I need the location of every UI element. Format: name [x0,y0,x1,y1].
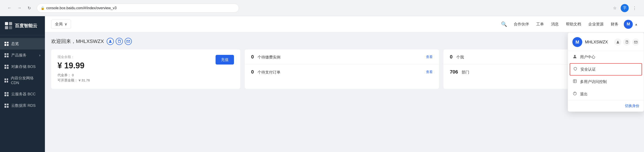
dropdown-logout[interactable]: 退出 [568,88,644,100]
nav-link-message[interactable]: 消息 [551,22,559,27]
multi-user-icon [572,79,577,84]
pending-orders-view[interactable]: 查看 [426,70,433,74]
sidebar-item-rds[interactable]: 云数据库 RDS [0,100,45,111]
dropdown-header-icons [614,39,639,46]
dropdown-profile-icon[interactable] [614,39,621,46]
logo-text: 百度智能云 [15,23,37,29]
sidebar-label-bos: 对象存储 BOS [11,64,36,69]
pending-instances-view[interactable]: 查看 [426,55,433,59]
coupon-label: 代金券： [58,73,71,77]
instances-card: 0 个待缴费实例 查看 0 个待支付订单 查看 [245,50,439,89]
forward-button[interactable]: → [15,4,23,12]
pending-instances-count: 0 [251,54,254,60]
top-navbar: 全局 ∨ 🔍 合作伙伴 工单 消息 帮助文档 企业资源 财务 M ▲ [45,16,644,32]
switch-identity-button[interactable]: 切换身份 [568,100,644,111]
finance-card-header: 现金余额： ¥ 19.99 充值 [58,55,234,73]
svg-rect-11 [573,80,576,83]
back-button[interactable]: ← [6,4,14,12]
sidebar-logo: 百度智能云 [0,16,45,35]
right-card-label-1: 部门 [462,70,469,74]
multi-user-label: 多用户访问控制 [580,79,607,84]
browser-nav-buttons: ← → ↻ [6,4,33,12]
svg-rect-0 [5,22,8,25]
svg-point-10 [574,55,576,57]
sidebar-label-overview: 总览 [11,41,19,46]
finance-card-value: ¥ 19.99 [58,61,84,70]
sidebar-label-cdn: 内容分发网络 CDN [11,76,40,85]
sidebar-item-bcc[interactable]: 云服务器 BCC [0,88,45,100]
security-icon [573,67,578,72]
dropdown-copy-icon[interactable] [623,39,630,46]
sidebar-item-cdn[interactable]: 内容分发网络 CDN [0,72,45,88]
svg-point-7 [617,41,618,42]
welcome-mail-icon[interactable] [124,38,132,45]
finance-card-left: 现金余额： ¥ 19.99 [58,55,84,73]
invoice-label: 可开票金额： [58,78,78,82]
app-container: 百度智能云 总览 产品服务 › [0,16,644,152]
logout-label: 退出 [580,91,588,97]
sidebar-label-bcc: 云服务器 BCC [11,91,36,97]
security-menu-wrapper: 安全认证 [568,63,644,76]
invoice-value: ¥ 31.76 [78,78,90,82]
nav-link-partner[interactable]: 合作伙伴 [514,22,529,27]
welcome-icons [107,38,132,45]
welcome-copy-icon[interactable] [116,38,123,45]
right-card-left-0: 0 个我 [450,54,464,60]
sidebar-label-rds: 云数据库 RDS [11,103,36,108]
cdn-icon [4,78,8,83]
nav-link-help[interactable]: 帮助文档 [566,22,581,27]
pending-instances-left: 0 个待缴费实例 [251,54,280,60]
bos-icon [4,65,8,69]
svg-rect-3 [9,26,12,29]
pending-orders-label: 个待支付订单 [258,70,280,74]
nav-link-finance[interactable]: 财务 [611,22,618,27]
user-menu-chevron-icon: ▲ [634,23,638,26]
svg-rect-8 [626,41,628,43]
right-card-count-1: 706 [450,69,458,75]
finance-coupon: 代金券： 0 [58,73,234,77]
reload-button[interactable]: ↻ [25,4,33,12]
pending-orders-row: 0 个待支付订单 查看 [245,65,439,79]
address-bar[interactable]: 🔒 console.bce.baidu.com/#/index/overview… [37,4,239,13]
welcome-profile-icon[interactable] [107,38,114,45]
main-content: 全局 ∨ 🔍 合作伙伴 工单 消息 帮助文档 企业资源 财务 M ▲ 欢迎回来，… [45,16,644,152]
bookmark-button[interactable]: ☆ [611,4,619,12]
logout-icon [572,91,577,97]
finance-card-label: 现金余额： [58,55,84,59]
page-content: 欢迎回来，MHLXSWZX [45,32,644,152]
url-text: console.bce.baidu.com/#/index/overview_v… [46,6,116,10]
chrome-user-avatar[interactable]: 字 [621,4,629,12]
dropdown-multi-user[interactable]: 多用户访问控制 [568,76,644,88]
sidebar-item-overview[interactable]: 总览 [0,38,45,50]
pending-orders-count: 0 [251,69,254,75]
chrome-menu-button[interactable]: ⋮ [630,4,638,12]
dropdown-security[interactable]: 安全认证 [570,63,642,76]
cards-row: 现金余额： ¥ 19.99 充值 代金券： 0 可开票金额： ¥ 31.76 [51,50,638,89]
sidebar-item-bos[interactable]: 对象存储 BOS [0,61,45,72]
browser-actions: ☆ 字 ⋮ [611,4,638,12]
right-card-count-0: 0 [450,54,452,60]
dropdown-avatar: M [572,37,582,47]
right-card-label-0: 个我 [456,55,464,59]
sidebar-label-products: 产品服务 [11,53,26,58]
security-label: 安全认证 [580,67,596,72]
nav-link-enterprise[interactable]: 企业资源 [588,22,604,27]
browser-chrome: ← → ↻ 🔒 console.bce.baidu.com/#/index/ov… [0,0,644,16]
sidebar-item-products[interactable]: 产品服务 › [0,50,45,61]
user-center-icon [572,54,577,60]
bcc-icon [4,92,8,96]
lock-icon: 🔒 [41,6,44,10]
dropdown-user-center[interactable]: 用户中心 [568,51,644,63]
search-button[interactable]: 🔍 [500,20,508,29]
region-selector[interactable]: 全局 ∨ [51,20,71,29]
user-menu-button[interactable]: M ▲ [624,20,638,29]
sidebar-item-products-left: 产品服务 [4,53,26,58]
products-icon [4,53,8,57]
recharge-button[interactable]: 充值 [216,55,234,65]
dropdown-mail-icon[interactable] [632,39,639,46]
nav-link-ticket[interactable]: 工单 [536,22,544,27]
welcome-text: 欢迎回来，MHLXSWZX [51,38,104,45]
svg-point-4 [110,40,111,41]
pending-instances-row: 0 个待缴费实例 查看 [245,50,439,65]
finance-card: 现金余额： ¥ 19.99 充值 代金券： 0 可开票金额： ¥ 31.76 [51,50,240,89]
